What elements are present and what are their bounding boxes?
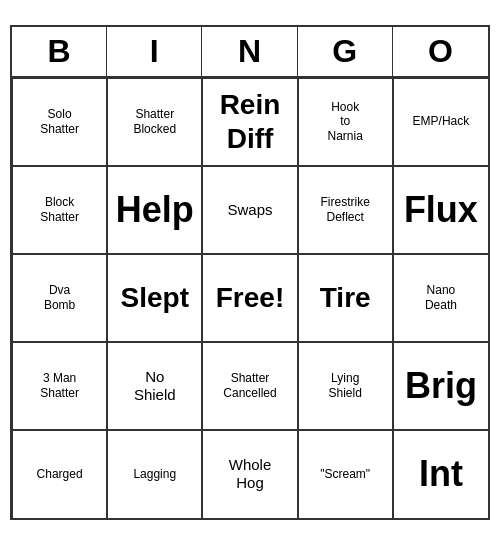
cell-text: 3 ManShatter <box>40 371 79 400</box>
header-letter: N <box>202 27 297 76</box>
header-letter: I <box>107 27 202 76</box>
bingo-cell: LyingShield <box>298 342 393 430</box>
cell-text: BlockShatter <box>40 195 79 224</box>
cell-text: WholeHog <box>229 456 272 492</box>
cell-text: Slept <box>121 281 189 315</box>
cell-text: SoloShatter <box>40 107 79 136</box>
bingo-card: BINGO SoloShatterShatterBlockedReinDiffH… <box>10 25 490 520</box>
bingo-cell: DvaBomb <box>12 254 107 342</box>
bingo-grid: SoloShatterShatterBlockedReinDiffHooktoN… <box>12 78 488 518</box>
cell-text: Lagging <box>133 467 176 481</box>
bingo-cell: BlockShatter <box>12 166 107 254</box>
cell-text: "Scream" <box>320 467 370 481</box>
cell-text: Brig <box>405 364 477 407</box>
cell-text: Tire <box>320 281 371 315</box>
bingo-cell: Tire <box>298 254 393 342</box>
bingo-cell: Lagging <box>107 430 202 518</box>
cell-text: Flux <box>404 188 478 231</box>
header-letter: B <box>12 27 107 76</box>
bingo-cell: WholeHog <box>202 430 297 518</box>
bingo-cell: 3 ManShatter <box>12 342 107 430</box>
cell-text: Swaps <box>227 201 272 219</box>
bingo-cell: EMP/Hack <box>393 78 488 166</box>
cell-text: ReinDiff <box>220 88 281 155</box>
cell-text: HooktoNarnia <box>328 100 363 143</box>
cell-text: EMP/Hack <box>413 114 470 128</box>
cell-text: Charged <box>37 467 83 481</box>
bingo-cell: Flux <box>393 166 488 254</box>
bingo-cell: ShatterCancelled <box>202 342 297 430</box>
cell-text: LyingShield <box>329 371 362 400</box>
bingo-cell: ReinDiff <box>202 78 297 166</box>
bingo-cell: Brig <box>393 342 488 430</box>
header-letter: O <box>393 27 488 76</box>
cell-text: NoShield <box>134 368 176 404</box>
bingo-cell: FirestrikeDeflect <box>298 166 393 254</box>
bingo-cell: NanoDeath <box>393 254 488 342</box>
cell-text: FirestrikeDeflect <box>321 195 370 224</box>
cell-text: Free! <box>216 281 284 315</box>
cell-text: DvaBomb <box>44 283 75 312</box>
cell-text: ShatterCancelled <box>223 371 276 400</box>
bingo-cell: NoShield <box>107 342 202 430</box>
cell-text: ShatterBlocked <box>133 107 176 136</box>
bingo-cell: Int <box>393 430 488 518</box>
cell-text: Int <box>419 452 463 495</box>
bingo-header: BINGO <box>12 27 488 78</box>
bingo-cell: Swaps <box>202 166 297 254</box>
bingo-cell: Help <box>107 166 202 254</box>
bingo-cell: HooktoNarnia <box>298 78 393 166</box>
bingo-cell: ShatterBlocked <box>107 78 202 166</box>
cell-text: Help <box>116 188 194 231</box>
bingo-cell: SoloShatter <box>12 78 107 166</box>
bingo-cell: Slept <box>107 254 202 342</box>
header-letter: G <box>298 27 393 76</box>
bingo-cell: Free! <box>202 254 297 342</box>
bingo-cell: "Scream" <box>298 430 393 518</box>
bingo-cell: Charged <box>12 430 107 518</box>
cell-text: NanoDeath <box>425 283 457 312</box>
